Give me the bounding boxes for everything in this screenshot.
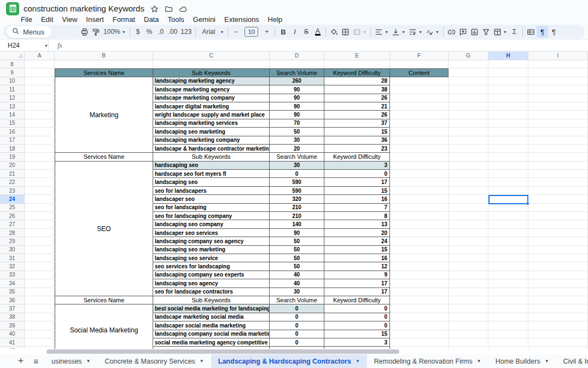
text-direction-ltr-button[interactable]: ¶ [537,26,548,38]
cell-C27[interactable]: landscaping seo company [153,220,270,228]
text-color-button[interactable]: A [312,26,323,38]
cell-A14[interactable] [25,111,55,119]
row-header-38[interactable]: 38 [0,313,25,321]
cell-G14[interactable] [449,111,488,119]
cell-C12[interactable]: landscape marketing company [153,94,270,102]
cell-H19[interactable] [488,153,528,161]
insert-comment-button[interactable] [457,26,469,38]
cell-B30[interactable] [55,246,153,254]
cell-C31[interactable]: landscaping seo service [153,254,270,262]
cell-F37[interactable] [390,304,449,313]
cell-I31[interactable] [528,254,588,262]
merge-cells-button[interactable]: ▼ [351,26,368,38]
font-family-button[interactable]: Arial▼ [198,26,225,38]
tab-menu-icon[interactable]: ▼ [86,359,91,364]
cell-D37[interactable]: 0 [270,304,324,313]
cell-I22[interactable] [528,178,588,186]
cell-B35[interactable] [55,288,153,296]
cell-C17[interactable]: landscaping marketing company [153,136,270,145]
cell-B40[interactable] [55,330,153,338]
cell-D21[interactable]: 0 [270,170,324,178]
cell-B8[interactable] [55,60,153,68]
menu-help[interactable]: Help [264,15,287,24]
cell-H16[interactable] [488,128,528,136]
cell-D13[interactable]: 90 [270,102,324,111]
cell-I9[interactable] [528,68,588,77]
cell-G20[interactable] [449,162,488,170]
cell-E38[interactable]: 0 [324,313,390,321]
cell-C30[interactable]: landscaping seo marketing [153,246,270,254]
cell-E22[interactable]: 17 [324,178,390,186]
cell-I28[interactable] [528,229,588,237]
cell-D40[interactable]: 0 [270,330,324,338]
insert-link-button[interactable] [446,26,457,38]
menu-file[interactable]: File [16,15,37,24]
cell-B10[interactable] [55,77,153,85]
row-header-19[interactable]: 19 [0,153,25,161]
print-button[interactable] [79,26,90,38]
cell-I26[interactable] [528,212,588,220]
cell-F19[interactable] [390,153,449,161]
cell-H36[interactable] [488,296,528,304]
create-filter-button[interactable] [480,26,492,38]
cell-D35[interactable]: 30 [270,288,324,296]
menu-tools[interactable]: Tools [163,15,188,24]
cell-I41[interactable] [528,338,588,347]
cell-I23[interactable] [528,187,588,195]
cell-H27[interactable] [488,220,528,228]
cell-C37[interactable]: best social media marketing for landscap… [153,304,270,313]
cell-C8[interactable] [153,60,270,68]
cell-C39[interactable]: landscaper social media marketing [153,321,270,330]
cell-D36[interactable]: Search Volume [270,296,324,304]
cell-C29[interactable]: landscaping company seo agency [153,237,270,245]
tab-menu-icon[interactable]: ▼ [477,359,481,364]
cell-A33[interactable] [25,271,55,279]
cell-A21[interactable] [25,170,55,178]
cell-G32[interactable] [449,262,488,271]
cell-G11[interactable] [449,85,488,94]
cell-F13[interactable] [390,102,449,111]
cell-G41[interactable] [449,338,488,347]
cell-B33[interactable] [55,271,153,279]
cell-F24[interactable] [390,195,449,203]
cell-E14[interactable]: 26 [324,111,390,119]
cell-F8[interactable] [390,60,449,68]
cell-E11[interactable]: 38 [324,85,390,94]
cell-A34[interactable] [25,279,55,288]
sheet-tab-concrete-masonry-services[interactable]: Concrete & Masonry Services▼ [98,354,211,368]
cell-F16[interactable] [390,128,449,136]
row-header-21[interactable]: 21 [0,170,25,178]
cell-H33[interactable] [488,271,528,279]
cell-I10[interactable] [528,77,588,85]
horizontal-scrollbar-thumb[interactable] [46,349,399,354]
cell-B38[interactable] [55,313,153,321]
cell-A8[interactable] [25,60,55,68]
cell-B19[interactable]: Services Name [55,153,153,161]
menu-gemini[interactable]: Gemini [189,15,220,24]
cell-H39[interactable] [488,321,528,330]
cell-I24[interactable] [528,195,588,203]
cell-F36[interactable] [390,296,449,304]
cell-G38[interactable] [449,313,488,321]
row-header-17[interactable]: 17 [0,136,25,145]
cell-D34[interactable]: 40 [270,279,324,288]
cell-F11[interactable] [390,85,449,94]
cell-I30[interactable] [528,246,588,254]
row-header-12[interactable]: 12 [0,94,25,102]
cell-H17[interactable] [488,136,528,145]
cell-E40[interactable]: 15 [324,330,390,338]
cell-G35[interactable] [449,288,488,296]
cell-B27[interactable] [55,220,153,228]
cell-A11[interactable] [25,85,55,94]
cell-C21[interactable]: hardscape seo fort myers fl [153,170,270,178]
cell-I35[interactable] [528,288,588,296]
cell-I29[interactable] [528,237,588,245]
cell-I20[interactable] [528,162,588,170]
tab-menu-icon[interactable]: ▼ [356,359,360,364]
cell-H29[interactable] [488,237,528,245]
cell-G21[interactable] [449,170,488,178]
cell-B41[interactable] [55,338,153,347]
cell-F17[interactable] [390,136,449,145]
cell-C10[interactable]: landscaping marketing agency [153,77,270,85]
functions-button[interactable]: Σ [509,26,520,38]
